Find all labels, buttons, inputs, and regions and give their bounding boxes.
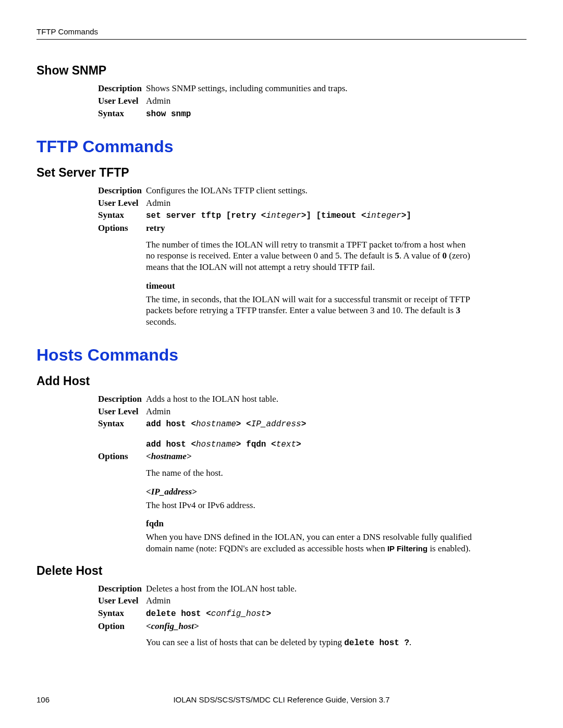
value-user-level: Admin [146, 95, 527, 107]
syntax-arg: integer [266, 211, 301, 220]
heading-set-server-tftp: Set Server TFTP [36, 166, 527, 180]
value-description: Deletes a host from the IOLAN host table… [146, 583, 527, 595]
option-hostname-desc: The name of the host. [146, 467, 474, 479]
label-description: Description [98, 393, 146, 405]
value-user-level: Admin [146, 198, 527, 209]
option-config-host-desc: You can see a list of hosts that can be … [146, 637, 474, 648]
text-bold: IP Filtering [387, 544, 427, 553]
option-retry-desc: The number of times the IOLAN will retry… [146, 239, 474, 273]
text-bold: 5 [395, 251, 399, 261]
option-config-host-title: <config_host> [146, 621, 527, 632]
text: . A value of [399, 251, 443, 261]
syntax-text: set server tftp [retry < [146, 211, 266, 220]
label-description: Description [98, 583, 146, 595]
option-timeout-title: timeout [146, 280, 527, 292]
block-show-snmp: Description Shows SNMP settings, includi… [98, 83, 527, 119]
syntax-text: > [296, 440, 301, 449]
page-footer: 106 IOLAN SDS/SCS/STS/MDC CLI Reference … [36, 695, 527, 704]
text: You can see a list of hosts that can be … [146, 637, 344, 647]
block-add-host: Description Adds a host to the IOLAN hos… [98, 393, 527, 554]
heading-hosts-commands: Hosts Commands [36, 346, 527, 365]
syntax-arg: IP_address [251, 419, 301, 429]
option-fqdn-title: fqdn [146, 518, 527, 529]
syntax-text: add host < [146, 419, 196, 429]
value-syntax-1: add host <hostname> <IP_address> [146, 418, 527, 429]
syntax-text: > [301, 419, 307, 429]
value-description: Shows SNMP settings, including communiti… [146, 83, 527, 94]
label-user-level: User Level [98, 198, 146, 209]
value-user-level: Admin [146, 406, 527, 417]
text: The time, in seconds, that the IOLAN wil… [146, 294, 470, 316]
syntax-text: delete host < [146, 609, 211, 619]
label-description: Description [98, 185, 146, 196]
header-rule [36, 39, 527, 40]
syntax-text: > [266, 609, 271, 619]
syntax-text: >] [401, 211, 411, 220]
option-fqdn-desc: When you have DNS defined in the IOLAN, … [146, 532, 474, 554]
label-user-level: User Level [98, 406, 146, 417]
footer-spacer [469, 695, 527, 704]
label-syntax: Syntax [98, 608, 146, 619]
heading-delete-host: Delete Host [36, 564, 527, 578]
value-description: Adds a host to the IOLAN host table. [146, 393, 527, 405]
value-user-level: Admin [146, 595, 527, 607]
label-syntax: Syntax [98, 209, 146, 221]
syntax-arg: hostname [196, 419, 236, 429]
text-bold: 0 [443, 251, 447, 261]
syntax-arg: hostname [196, 440, 236, 449]
text-mono: delete host ? [344, 638, 409, 648]
option-ip-title: <IP_address> [146, 486, 527, 498]
value-syntax: delete host <config_host> [146, 608, 527, 619]
text: is enabled). [427, 544, 471, 553]
syntax-text: > fqdn < [236, 440, 276, 449]
option-hostname-title: <hostname> [146, 451, 527, 462]
text: seconds. [146, 317, 176, 327]
label-description: Description [98, 83, 146, 94]
value-description: Configures the IOLANs TFTP client settin… [146, 185, 527, 196]
text: . [409, 637, 411, 647]
value-syntax-2: add host <hostname> fqdn <text> [146, 438, 527, 450]
syntax-text: > < [236, 419, 251, 429]
heading-show-snmp: Show SNMP [36, 64, 527, 78]
syntax-arg: config_host [211, 609, 266, 619]
block-set-server-tftp: Description Configures the IOLANs TFTP c… [98, 185, 527, 328]
value-syntax: show snmp [146, 109, 527, 119]
option-ip-desc: The host IPv4 or IPv6 address. [146, 500, 474, 511]
heading-add-host: Add Host [36, 374, 527, 388]
value-syntax: set server tftp [retry <integer>] [timeo… [146, 209, 527, 221]
syntax-arg: text [276, 440, 296, 449]
syntax-arg: integer [366, 211, 401, 220]
text-bold: 3 [456, 305, 460, 315]
heading-tftp-commands: TFTP Commands [36, 137, 527, 156]
label-syntax: Syntax [98, 418, 146, 429]
label-syntax: Syntax [98, 108, 146, 119]
block-delete-host: Description Deletes a host from the IOLA… [98, 583, 527, 649]
running-header: TFTP Commands [36, 27, 527, 36]
syntax-text: add host < [146, 440, 196, 449]
label-options: Options [98, 223, 146, 234]
label-options: Options [98, 451, 146, 462]
label-option: Option [98, 621, 146, 632]
syntax-text: >] [timeout < [301, 211, 366, 220]
page-number: 106 [36, 695, 94, 704]
label-user-level: User Level [98, 595, 146, 607]
footer-doc-title: IOLAN SDS/SCS/STS/MDC CLI Reference Guid… [94, 695, 469, 704]
label-user-level: User Level [98, 95, 146, 107]
option-retry-title: retry [146, 223, 527, 234]
option-timeout-desc: The time, in seconds, that the IOLAN wil… [146, 294, 474, 328]
document-page: TFTP Commands Show SNMP Description Show… [0, 0, 563, 728]
